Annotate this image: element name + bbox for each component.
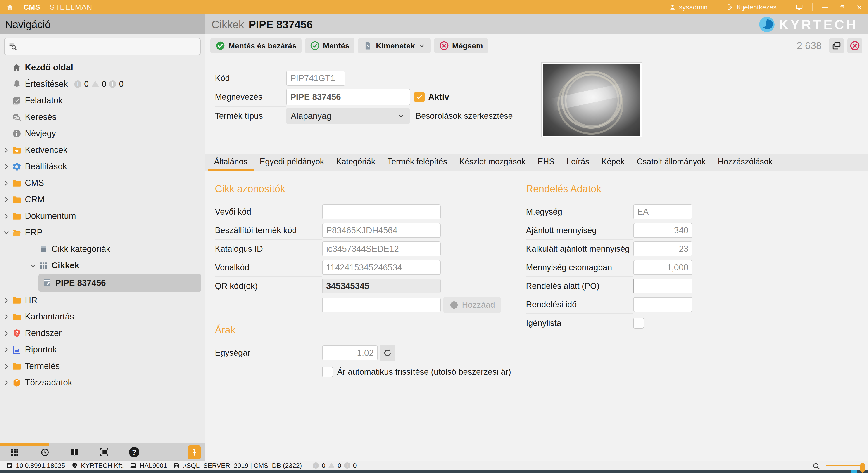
home-icon[interactable]	[6, 3, 14, 11]
sidebar-item-erp[interactable]: ERP	[0, 224, 205, 241]
rendeles-alatt-input[interactable]	[633, 279, 692, 293]
sidebar-item-dokumentum[interactable]: Dokumentum	[0, 208, 205, 224]
sidebar-item-riportok[interactable]: Riportok	[0, 341, 205, 358]
barcode-icon[interactable]	[99, 446, 110, 458]
apps-grid-icon[interactable]	[9, 446, 20, 458]
gear-icon	[12, 162, 22, 171]
sidebar-item-ertesitesek[interactable]: Értesítések i0 0 !0	[0, 76, 205, 92]
current-user[interactable]: sysadmin	[669, 3, 708, 11]
pin-button[interactable]	[188, 445, 200, 460]
history-icon[interactable]	[39, 446, 50, 458]
sidebar-item-crm[interactable]: CRM	[0, 191, 205, 208]
tab-ehs[interactable]: EHS	[532, 154, 561, 171]
tab-termek-felepites[interactable]: Termék felépítés	[381, 154, 453, 171]
tab-egyedi-peldanyok[interactable]: Egyedi példányok	[254, 154, 330, 171]
zoom-slider-handle[interactable]	[860, 463, 865, 473]
add-qr-button[interactable]: Hozzáad	[443, 297, 501, 313]
save-button[interactable]: Mentés	[305, 38, 354, 53]
sidebar-item-karbantartas[interactable]: Karbantartás	[0, 308, 205, 325]
sidebar-item-beallitasok[interactable]: Beállítások	[0, 158, 205, 175]
besorolasok-link[interactable]: Besorolások szerkesztése	[415, 111, 513, 121]
window-titlebar: CMS STEELMAN sysadmin Kijelentkezés	[0, 0, 868, 14]
new-qr-input[interactable]	[322, 297, 441, 312]
termek-tipus-select[interactable]: Alapanyag	[286, 108, 410, 124]
kod-input[interactable]	[286, 71, 345, 86]
sidebar-item-kereses[interactable]: Keresés	[0, 109, 205, 125]
katalogus-id-input[interactable]	[322, 242, 441, 256]
sidebar-item-cms[interactable]: CMS	[0, 175, 205, 191]
field-label: Termék típus	[215, 111, 286, 121]
document-edit-icon	[42, 278, 53, 288]
minimize-button[interactable]	[822, 7, 828, 8]
rendelesi-ido-input[interactable]	[633, 297, 692, 312]
close-record-button[interactable]	[847, 38, 862, 53]
sidebar-item-hr[interactable]: HR	[0, 292, 205, 308]
aktiv-checkbox[interactable]	[414, 92, 425, 102]
row-new-qr: Hozzáad	[215, 295, 523, 315]
igenylista-checkbox[interactable]	[633, 318, 644, 328]
row-rendeles-alatt: Rendelés alatt (PO)	[526, 277, 711, 295]
filter-search-icon	[8, 41, 18, 52]
tab-kepek[interactable]: Képek	[595, 154, 631, 171]
folder-icon	[12, 178, 22, 188]
auto-price-checkbox[interactable]	[322, 367, 333, 377]
list-icon	[38, 244, 49, 254]
megyseg-input[interactable]	[633, 204, 692, 219]
grid-icon	[38, 261, 49, 271]
sidebar-item-nevjegy[interactable]: Névjegy	[0, 125, 205, 142]
sidebar-search[interactable]	[4, 38, 200, 55]
search-input[interactable]	[20, 42, 197, 51]
help-icon[interactable]: ?	[128, 446, 140, 458]
sidebar-item-cikk-kategoriak[interactable]: Cikk kategóriák	[0, 241, 205, 257]
auto-price-label: Ár automatikus frissítése (utolsó beszer…	[337, 367, 511, 377]
kalkulalt-mennyiseg-input[interactable]	[633, 242, 692, 256]
vevoi-kod-input[interactable]	[322, 204, 441, 219]
beszallitoi-kod-input[interactable]	[322, 223, 441, 238]
egysegar-input[interactable]	[322, 345, 378, 360]
tab-hozzaszolasok[interactable]: Hozzászólások	[712, 154, 779, 171]
duplicate-window-button[interactable]	[829, 38, 844, 53]
pin-icon	[190, 448, 198, 456]
host-name: HAL9001	[130, 462, 167, 469]
logout-button[interactable]: Kijelentkezés	[726, 3, 777, 11]
sidebar-item-rendszer[interactable]: Rendszer	[0, 325, 205, 341]
database-icon	[173, 462, 180, 469]
chevron-down-icon	[3, 229, 11, 236]
sidebar-item-torzsadatok[interactable]: Törzsadatok	[0, 374, 205, 391]
monitor-icon[interactable]	[795, 3, 803, 11]
check-circle-filled-icon	[215, 41, 225, 51]
sidebar-item-kedvencek[interactable]: Kedvencek	[0, 142, 205, 158]
row-egysegar: Egységár	[215, 344, 523, 362]
sidebar-item-kezdo-oldal[interactable]: Kezdő oldal	[0, 59, 205, 76]
status-badges: i0 0 !0	[313, 462, 356, 469]
tab-altalanos[interactable]: Általános	[208, 154, 254, 171]
divider	[45, 3, 45, 11]
logout-icon	[726, 3, 734, 11]
save-and-close-button[interactable]: Mentés és bezárás	[210, 38, 302, 53]
tab-leiras[interactable]: Leírás	[561, 154, 595, 171]
sidebar-item-cikkek[interactable]: Cikkek	[0, 257, 205, 274]
outputs-button[interactable]: Kimenetek	[358, 38, 431, 53]
row-vevoi-kod: Vevői kód	[215, 202, 523, 221]
cancel-button[interactable]: Mégsem	[434, 38, 488, 53]
vonalkod-input[interactable]	[322, 260, 441, 275]
close-button[interactable]	[856, 4, 863, 11]
sidebar-item-termeles[interactable]: Termelés	[0, 358, 205, 374]
tab-csatolt-allomanyok[interactable]: Csatolt állományok	[631, 154, 712, 171]
mennyiseg-csomagban-input[interactable]	[633, 260, 692, 275]
warning-badge-icon	[91, 81, 99, 87]
tab-keszlet-mozgasok[interactable]: Készlet mozgások	[453, 154, 532, 171]
tab-kategoriak[interactable]: Kategóriák	[330, 154, 381, 171]
aktiv-label: Aktív	[428, 92, 449, 102]
warning-badge-icon	[328, 463, 335, 469]
ajanlott-mennyiseg-input[interactable]	[633, 223, 692, 238]
restore-button[interactable]	[838, 4, 845, 11]
sidebar-item-pipe-837456[interactable]: PIPE 837456	[38, 274, 201, 292]
refresh-price-button[interactable]	[380, 345, 396, 361]
book-icon[interactable]	[69, 446, 80, 458]
cancel-circle-icon	[439, 41, 449, 51]
megnevezes-input[interactable]	[286, 89, 410, 105]
zoom-slider-track[interactable]	[826, 465, 860, 466]
sidebar-item-feladatok[interactable]: Feladatok	[0, 92, 205, 109]
database-search-icon	[12, 112, 22, 122]
